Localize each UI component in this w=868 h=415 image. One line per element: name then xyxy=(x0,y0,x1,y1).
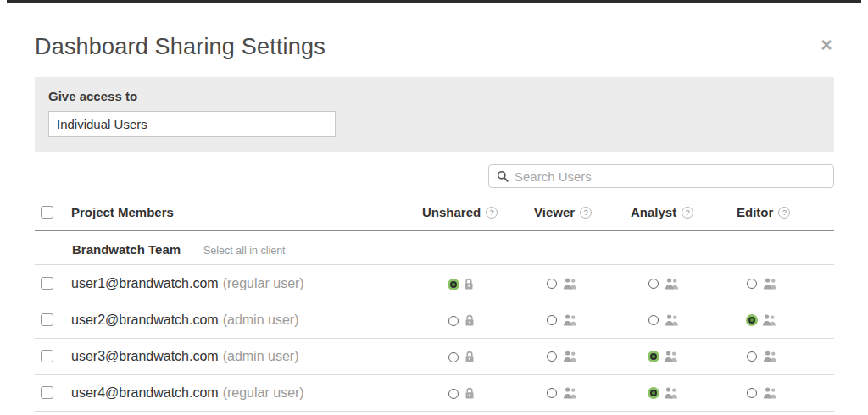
people-icon xyxy=(763,278,778,290)
radio-editor[interactable] xyxy=(747,351,757,362)
member-email: user2@brandwatch.com xyxy=(71,313,219,327)
permission-cell-editor xyxy=(747,351,778,362)
permission-cell-analyst xyxy=(648,278,680,290)
people-icon xyxy=(563,278,578,290)
row-checkbox[interactable] xyxy=(41,386,53,399)
permission-cell-viewer xyxy=(547,387,578,399)
row-checkbox[interactable] xyxy=(41,277,53,290)
table-row: user1@brandwatch.com(regular user) xyxy=(35,266,834,302)
member-role: (regular user) xyxy=(223,385,304,400)
people-icon xyxy=(763,351,778,362)
lock-icon xyxy=(465,351,475,363)
lock-icon xyxy=(465,387,475,400)
row-checkbox[interactable] xyxy=(41,350,53,362)
people-icon xyxy=(665,314,680,326)
member-name: user2@brandwatch.com(admin user) xyxy=(71,313,298,328)
people-icon xyxy=(763,387,778,399)
people-icon xyxy=(563,387,578,399)
table-row: user2@brandwatch.com(admin user) xyxy=(35,302,834,339)
permission-cell-analyst xyxy=(648,351,679,362)
radio-viewer[interactable] xyxy=(547,279,557,289)
radio-unshared[interactable] xyxy=(450,281,457,288)
permission-cell-unshared xyxy=(448,351,475,363)
help-icon[interactable]: ? xyxy=(778,207,790,219)
member-email: user3@brandwatch.com xyxy=(71,349,219,363)
member-role: (admin user) xyxy=(223,313,299,327)
permission-cell-analyst xyxy=(648,314,680,326)
radio-viewer[interactable] xyxy=(547,315,557,325)
help-icon[interactable]: ? xyxy=(682,207,693,219)
member-name: user4@brandwatch.com(regular user) xyxy=(71,385,304,401)
page-title: Dashboard Sharing Settings xyxy=(35,34,326,60)
group-name: Brandwatch Team xyxy=(72,242,181,257)
radio-analyst[interactable] xyxy=(650,390,657,396)
column-label: Viewer xyxy=(534,205,575,219)
table-row: user4@brandwatch.com(regular user) xyxy=(35,375,834,412)
radio-unshared[interactable] xyxy=(448,352,459,362)
permission-cell-editor xyxy=(747,387,778,399)
search-users-box[interactable] xyxy=(488,164,834,188)
column-label: Unshared xyxy=(422,205,481,219)
column-header-analyst: Analyst ? xyxy=(631,205,693,219)
radio-analyst[interactable] xyxy=(648,315,659,325)
radio-viewer[interactable] xyxy=(547,388,557,398)
lock-icon xyxy=(465,314,475,327)
radio-unshared[interactable] xyxy=(448,316,459,326)
column-header-viewer: Viewer ? xyxy=(534,205,592,219)
radio-viewer[interactable] xyxy=(547,351,557,362)
radio-unshared[interactable] xyxy=(448,389,459,399)
people-icon xyxy=(664,351,679,362)
close-icon[interactable]: × xyxy=(812,32,841,58)
search-input[interactable] xyxy=(515,166,833,186)
dashboard-sharing-dialog: Dashboard Sharing Settings × Give access… xyxy=(0,0,868,415)
search-icon xyxy=(497,170,509,182)
group-row-brandwatch-team: Brandwatch Team Select all in client xyxy=(35,232,834,265)
radio-editor[interactable] xyxy=(748,317,755,324)
select-all-in-client-link[interactable]: Select all in client xyxy=(203,245,286,257)
give-access-panel: Give access to Individual Users xyxy=(35,77,834,152)
people-icon xyxy=(665,278,680,290)
select-all-checkbox[interactable] xyxy=(41,206,53,219)
help-icon[interactable]: ? xyxy=(580,207,592,219)
column-header-unshared: Unshared ? xyxy=(422,205,498,219)
member-email: user1@brandwatch.com xyxy=(71,276,219,290)
table-header: Project Members Unshared ? Viewer ? Anal… xyxy=(35,196,834,231)
permission-cell-unshared xyxy=(448,387,475,400)
column-header-editor: Editor ? xyxy=(737,205,790,219)
people-icon xyxy=(563,351,578,362)
column-label: Editor xyxy=(737,205,773,219)
access-type-select[interactable]: Individual Users xyxy=(48,111,336,137)
member-name: user3@brandwatch.com(admin user) xyxy=(71,349,298,364)
permission-cell-editor xyxy=(747,278,778,290)
permission-cell-editor xyxy=(747,314,777,326)
help-icon[interactable]: ? xyxy=(486,207,498,219)
lock-icon xyxy=(464,278,474,290)
top-border-line xyxy=(7,0,861,3)
radio-editor[interactable] xyxy=(747,388,757,398)
members-header: Project Members xyxy=(71,205,174,219)
row-checkbox[interactable] xyxy=(41,313,53,326)
people-icon xyxy=(762,314,777,326)
permission-cell-viewer xyxy=(547,278,578,290)
column-label: Analyst xyxy=(631,205,676,219)
member-name: user1@brandwatch.com(regular user) xyxy=(71,276,304,291)
member-role: (admin user) xyxy=(223,349,299,363)
radio-analyst[interactable] xyxy=(648,279,659,289)
member-role: (regular user) xyxy=(223,276,304,290)
member-rows: user1@brandwatch.com(regular user)user2@… xyxy=(35,266,834,412)
permission-cell-unshared xyxy=(448,278,474,290)
member-email: user4@brandwatch.com xyxy=(71,385,219,400)
give-access-label: Give access to xyxy=(48,89,137,103)
permission-cell-viewer xyxy=(547,351,578,362)
permission-cell-viewer xyxy=(547,314,578,326)
permission-cell-analyst xyxy=(648,387,679,399)
table-row: user3@brandwatch.com(admin user) xyxy=(35,339,834,375)
permission-cell-unshared xyxy=(448,314,475,327)
people-icon xyxy=(563,314,578,326)
people-icon xyxy=(664,387,679,399)
radio-analyst[interactable] xyxy=(650,353,657,360)
radio-editor[interactable] xyxy=(747,279,757,289)
